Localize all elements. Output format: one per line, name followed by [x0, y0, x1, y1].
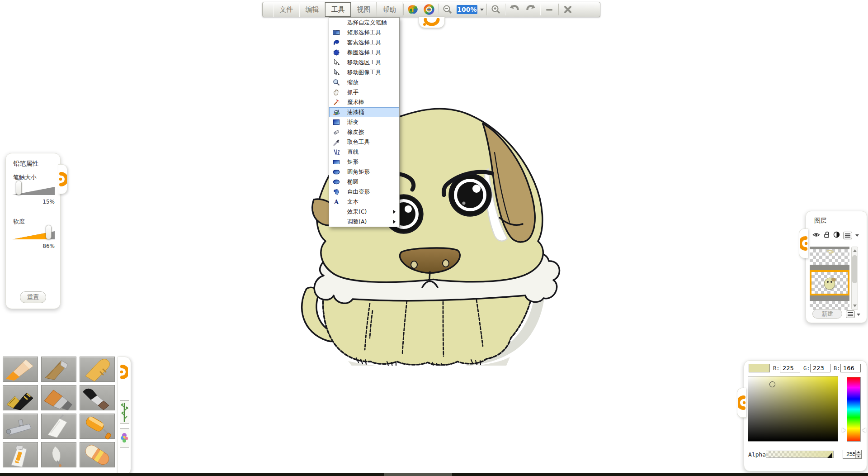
brush-thumb-palette-knife[interactable] [41, 414, 76, 439]
brush-thumb-fountain-pen[interactable] [3, 385, 38, 410]
menu-item-line[interactable]: 直线 [329, 147, 399, 157]
brush-thumb-wooden-brush[interactable] [41, 357, 76, 382]
undo-button[interactable] [506, 2, 523, 17]
menu-item-effects[interactable]: 效果(C) [329, 207, 399, 217]
menu-item-hand[interactable]: 抓手 [329, 87, 399, 97]
brush-thumb-ink-brush[interactable] [80, 385, 115, 410]
text-tool-icon: A [332, 198, 341, 205]
brush-thumb-crayon[interactable] [80, 357, 115, 382]
menu-item-ellipse[interactable]: 椭圆 [329, 177, 399, 187]
menu-item-magic-wand[interactable]: 魔术棒 [329, 97, 399, 107]
menu-item-paint-bucket[interactable]: 油漆桶 [329, 107, 399, 117]
menu-item-rect-select[interactable]: 矩形选择工具 [329, 28, 399, 38]
brush-thumb-airbrush[interactable] [3, 414, 38, 439]
layer-lock-icon[interactable] [823, 231, 830, 240]
layers-bottom-menu-caret[interactable] [857, 314, 860, 316]
zoom-level-display[interactable]: 100% [457, 5, 477, 14]
menu-item-rectangle[interactable]: 矩形 [329, 157, 399, 167]
zoom-dropdown-caret[interactable] [480, 9, 484, 11]
layer-options-menu-button[interactable] [843, 232, 852, 239]
hue-bar[interactable] [847, 377, 861, 442]
flower-stamp-thumb[interactable] [120, 428, 129, 447]
alpha-label: Alpha [748, 451, 766, 458]
zoom-out-button[interactable] [439, 2, 456, 17]
saturation-value-gradient[interactable] [748, 376, 838, 442]
redo-button[interactable] [523, 2, 539, 17]
layers-panel-collapse-handle[interactable] [799, 228, 808, 258]
layers-panel: 图层 [806, 211, 867, 323]
brush-size-slider-handle[interactable] [16, 181, 22, 195]
alpha-value-input[interactable] [843, 450, 856, 458]
scrollbar-thumb[interactable] [852, 255, 857, 283]
menu-item-adjust[interactable]: 调整(A) [329, 217, 399, 227]
menu-item-custom-brush[interactable]: 选择自定义笔触 [329, 18, 399, 28]
menu-file[interactable]: 文件 [274, 2, 299, 17]
menu-item-text[interactable]: A 文本 [329, 197, 399, 207]
brush-thumb-eraser-stick[interactable] [80, 442, 115, 467]
brush-thumb-paint-tube[interactable] [3, 442, 38, 467]
menu-item-move-selection[interactable]: 移动选区工具 [329, 57, 399, 67]
hand-tool-icon [332, 89, 341, 96]
rectangle-icon [332, 158, 341, 166]
brush-size-slider[interactable] [12, 181, 55, 197]
layer-blend-half-circle-icon[interactable] [833, 231, 840, 240]
softness-slider-handle[interactable] [46, 225, 52, 239]
sv-marker-circle[interactable] [769, 381, 775, 387]
app-logo-swirl-icon[interactable] [421, 2, 437, 17]
zoom-in-button[interactable] [488, 2, 504, 17]
menu-item-zoom[interactable]: 缩放 [329, 77, 399, 87]
bamboo-stamp-thumb[interactable] [120, 400, 129, 424]
menu-item-move-image[interactable]: 移动图像工具 [329, 67, 399, 77]
current-color-swatch[interactable] [749, 364, 770, 372]
layer-visibility-eye-icon[interactable] [812, 231, 820, 240]
softness-label: 软度 [13, 218, 25, 226]
app-logo-face-icon[interactable] [405, 2, 421, 17]
layer-row-bottom[interactable] [810, 301, 849, 310]
layer-row-selected[interactable] [810, 270, 849, 295]
alpha-slider-marker[interactable] [827, 452, 832, 458]
layer-list-scrollbar[interactable] [851, 247, 858, 310]
hue-marker-left[interactable] [842, 428, 846, 433]
layers-bottom-menu-button[interactable] [846, 310, 855, 318]
r-input[interactable] [780, 364, 800, 372]
b-input[interactable] [840, 364, 861, 372]
scroll-up-arrow[interactable] [853, 249, 857, 252]
brush-thumb-blender-brush[interactable] [41, 442, 76, 467]
brush-thumb-pencil[interactable] [3, 357, 38, 382]
alpha-slider[interactable] [766, 451, 834, 458]
softness-slider[interactable] [12, 226, 55, 241]
menu-item-lasso-select[interactable]: 套索选择工具 [329, 38, 399, 48]
layer-row-top[interactable] [810, 249, 849, 265]
menu-item-eyedropper[interactable]: 取色工具 [329, 137, 399, 147]
color-panel-collapse-handle[interactable] [737, 388, 746, 418]
move-image-icon [332, 69, 341, 76]
menu-edit[interactable]: 编辑 [299, 2, 325, 17]
free-transform-icon [332, 188, 341, 195]
g-input[interactable] [810, 364, 830, 372]
alpha-spin-down[interactable] [856, 455, 861, 459]
menu-tools[interactable]: 工具 [325, 2, 351, 17]
menu-view[interactable]: 视图 [351, 2, 377, 17]
hue-marker-right[interactable] [862, 428, 866, 433]
alpha-spin-up[interactable] [856, 450, 861, 455]
menu-item-gradient[interactable]: 渐变 [329, 117, 399, 127]
pencil-panel-collapse-handle[interactable] [58, 164, 67, 194]
menu-help[interactable]: 帮助 [377, 2, 402, 17]
menu-item-rounded-rectangle[interactable]: 圆角矩形 [329, 167, 399, 177]
toolbar-collapse-handle[interactable] [419, 17, 445, 28]
scroll-down-arrow[interactable] [853, 305, 857, 307]
minimize-button[interactable] [541, 2, 557, 17]
menu-item-ellipse-select[interactable]: 椭圆选择工具 [329, 48, 399, 57]
color-picker-panel: R: G: B: Alpha [744, 360, 867, 471]
brush-thumb-flat-brush[interactable] [41, 385, 76, 410]
eraser-icon [332, 129, 341, 136]
new-layer-button[interactable]: 新建 [812, 309, 842, 319]
close-button[interactable] [560, 2, 576, 17]
menu-item-eraser[interactable]: 橡皮擦 [329, 127, 399, 137]
reset-button[interactable]: 重置 [20, 291, 46, 303]
menu-item-free-transform[interactable]: 自由变形 [329, 187, 399, 197]
brush-thumb-paint-roller[interactable] [80, 414, 115, 439]
zoom-tool-icon [332, 79, 341, 86]
brush-palette-collapse-handle[interactable] [120, 362, 128, 384]
layer-options-caret[interactable] [855, 234, 859, 237]
